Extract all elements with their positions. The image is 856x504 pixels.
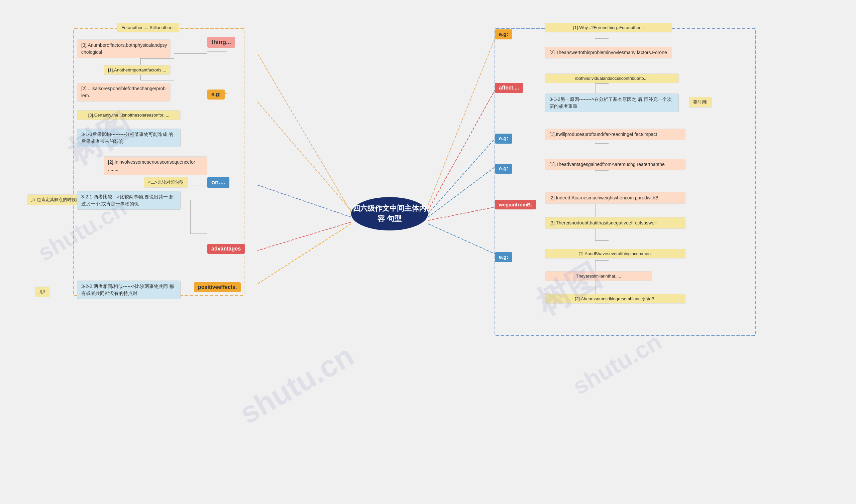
- node-bijiao: <二>比较对照句型: [144, 177, 188, 188]
- svg-line-9: [428, 207, 495, 220]
- node-certainly: [3].Certainly,the...isnotthesolereasonfo…: [77, 110, 181, 120]
- svg-line-6: [428, 90, 495, 211]
- node-eg4: e.g:: [495, 252, 512, 262]
- svg-line-1: [257, 102, 351, 211]
- node-eg2: e.g:: [495, 133, 512, 144]
- node-advantages: advantages: [207, 244, 245, 254]
- node-eg1: e.g:: [495, 30, 512, 39]
- node-thing: thing...: [207, 37, 235, 48]
- node-liangzhe1: 3-2-1.两者比较--->比较两事物,要说出其一 超过另一个,或肯定一事物的优: [77, 191, 181, 210]
- svg-line-5: [428, 38, 495, 205]
- central-node: 四六级作文中间主体内容 句型: [351, 197, 428, 231]
- node-involves: [2].Ininvolvessomeseriousconsequencefor …: [104, 156, 207, 175]
- watermark-4: shutu.cn: [568, 328, 666, 400]
- node-yaoshiyong: 要时用!: [689, 97, 712, 108]
- node-eg-thing: e.g:: [207, 90, 225, 100]
- node-why: [1].Why...?Foronething..Foranother...: [545, 23, 672, 32]
- node-theyare: Theyaresimilarinthat.....: [545, 271, 652, 281]
- node-eg3: e.g:: [495, 164, 512, 174]
- node-wegain: wegainfromB.: [495, 200, 536, 210]
- svg-line-2: [257, 185, 351, 217]
- node-theadvantages: [1].TheadvantagesgainedfromAaremuchg rea…: [545, 159, 685, 170]
- svg-line-10: [428, 224, 495, 254]
- svg-line-8: [428, 167, 495, 217]
- node-anumber: [3].Anumberoffactors,bothphysicalandpsy …: [77, 39, 171, 58]
- node-both: /bothindividualandsocialcontributeto....: [545, 73, 679, 83]
- node-on: on....: [207, 177, 229, 188]
- central-label: 四六级作文中间主体内容 句型: [351, 203, 428, 224]
- node-houguo: 3-1-3后果影响---------分析某事物可能造成 的后果或者带来的影响.: [77, 129, 181, 147]
- node-itwill: [1].Itwillproduceaprofound/far-reachinge…: [545, 129, 685, 140]
- svg-line-0: [257, 53, 351, 212]
- watermark-5: shutu.cn: [234, 338, 359, 431]
- node-foranother: Foranother......Stillanother...: [117, 23, 179, 32]
- node-abears: [2].Abearssomesrikingresemblance(s)toB.: [545, 294, 685, 304]
- node-isalso: [2]....isalsoresponsibleforthechange/pro…: [77, 83, 171, 102]
- node-thereis: [3].Thereisnodoubtthatithasitsnegativeef…: [545, 217, 685, 229]
- svg-line-4: [257, 224, 351, 284]
- node-aandb: [1].AandBhaveseveralthingincommon.: [545, 249, 685, 258]
- node-anotherimportant: [1].Anotherimportantfactoris....: [104, 65, 171, 75]
- node-liangzhe2: 3-2-2.两者相同/相似------>比较两事物共同 都有或者共同都没有的特点…: [77, 281, 181, 299]
- watermark-3: 树图: [528, 253, 609, 326]
- svg-line-3: [257, 222, 351, 251]
- node-indeed: [2].Indeed,Acarriesmuchweightwhencom par…: [545, 192, 685, 204]
- node-sanyi2: 3-1-2另一原因-------->在分析了基本原因之 后,再补充一个次要的或者…: [545, 93, 679, 112]
- node-positiveeffects: positiveeffects.: [194, 282, 241, 292]
- node-yong: 用!: [35, 287, 50, 297]
- svg-line-7: [428, 139, 495, 214]
- node-affect: affect....: [495, 83, 523, 93]
- node-theanswer: [2].Theanswertothisprobleminvovlesmany f…: [545, 47, 672, 58]
